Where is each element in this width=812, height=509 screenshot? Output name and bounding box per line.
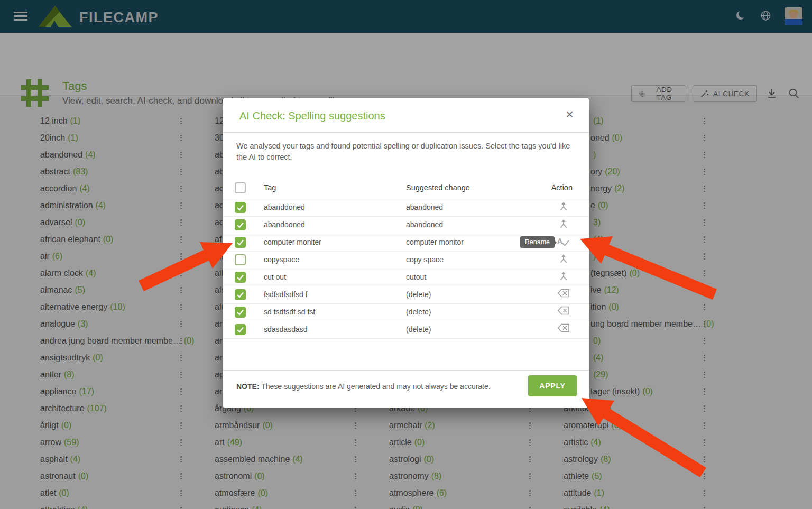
suggestion-change: (delete)	[406, 290, 431, 299]
suggestion-change: computer monitor	[406, 238, 464, 246]
delete-action-button[interactable]	[556, 323, 571, 334]
suggestion-tag: sdasdasdasd	[264, 325, 308, 334]
backspace-delete-icon	[557, 323, 570, 332]
suggestion-row: abandoonedabandoned	[223, 217, 589, 234]
rename-tooltip: Rename	[520, 236, 555, 248]
suggestion-row: cut outcutout	[223, 269, 589, 286]
column-header-suggestion: Suggested change	[406, 183, 470, 192]
suggestion-row: copyspacecopy space	[223, 252, 589, 269]
check-icon	[235, 307, 246, 318]
row-checkbox-unchecked[interactable]	[235, 254, 246, 265]
rename-action-button[interactable]: A	[556, 236, 571, 248]
delete-action-button[interactable]	[556, 306, 571, 317]
suggestion-tag: cut out	[264, 273, 286, 281]
delete-action-button[interactable]	[556, 289, 571, 299]
row-checkbox-checked[interactable]	[235, 272, 246, 283]
column-header-tag: Tag	[264, 183, 276, 192]
merge-action-button[interactable]	[556, 254, 571, 265]
merge-action-button[interactable]	[556, 219, 571, 230]
suggestions-table-header: Tag Suggested change Action	[223, 178, 589, 199]
merge-icon	[558, 254, 569, 263]
apply-button[interactable]: APPLY	[528, 375, 577, 396]
check-icon	[235, 219, 246, 230]
backspace-delete-icon	[557, 306, 570, 315]
spellcheck-icon: A	[557, 236, 570, 247]
ai-check-dialog: AI Check: Spelling suggestions × We anal…	[223, 98, 589, 408]
row-checkbox-checked[interactable]	[235, 307, 246, 318]
suggestion-tag: sd fsdfsdf sd fsf	[264, 308, 315, 316]
select-all-checkbox[interactable]	[235, 182, 246, 193]
check-icon	[235, 324, 246, 335]
check-icon	[235, 289, 246, 300]
row-checkbox-checked[interactable]	[235, 289, 246, 300]
suggestion-row: fsdfsdfsdfsd f(delete)	[223, 286, 589, 304]
check-icon	[235, 202, 246, 213]
check-icon	[235, 272, 246, 283]
row-checkbox-checked[interactable]	[235, 219, 246, 230]
suggestion-row: sd fsdfsdf sd fsf(delete)	[223, 304, 589, 321]
dialog-description: We analysed your tags and found potentia…	[236, 141, 581, 163]
backspace-delete-icon	[557, 289, 570, 298]
merge-icon	[558, 271, 569, 281]
suggestion-change: (delete)	[406, 325, 431, 334]
suggestions-table: abanddonedabandonedabandoonedabandonedco…	[223, 199, 589, 339]
suggestion-tag: computer moniter	[264, 238, 321, 246]
suggestion-row: sdasdasdasd(delete)	[223, 321, 589, 339]
svg-text:A: A	[557, 237, 562, 245]
merge-icon	[558, 219, 569, 228]
merge-action-button[interactable]	[556, 271, 571, 282]
row-checkbox-checked[interactable]	[235, 202, 246, 213]
row-checkbox-checked[interactable]	[235, 237, 246, 248]
dialog-note: NOTE: These suggestions are AI generated…	[236, 382, 491, 391]
suggestion-change: abandoned	[406, 203, 443, 211]
close-icon[interactable]: ×	[562, 107, 577, 122]
suggestion-tag: copyspace	[264, 255, 299, 264]
suggestion-change: cutout	[406, 273, 426, 281]
suggestion-tag: abandooned	[264, 220, 305, 229]
suggestion-tag: fsdfsdfsdfsd f	[264, 290, 307, 299]
row-checkbox-checked[interactable]	[235, 324, 246, 335]
suggestion-change: abandoned	[406, 220, 443, 229]
suggestion-tag: abanddoned	[264, 203, 305, 211]
check-icon	[235, 237, 246, 248]
column-header-action: Action	[519, 183, 573, 192]
suggestion-row: abanddonedabandoned	[223, 199, 589, 217]
merge-icon	[558, 201, 569, 211]
suggestion-change: (delete)	[406, 308, 431, 316]
suggestion-change: copy space	[406, 255, 444, 264]
suggestion-row: computer monitercomputer monitorRenameA	[223, 234, 589, 252]
dialog-title: AI Check: Spelling suggestions	[239, 110, 385, 122]
merge-action-button[interactable]	[556, 201, 571, 212]
